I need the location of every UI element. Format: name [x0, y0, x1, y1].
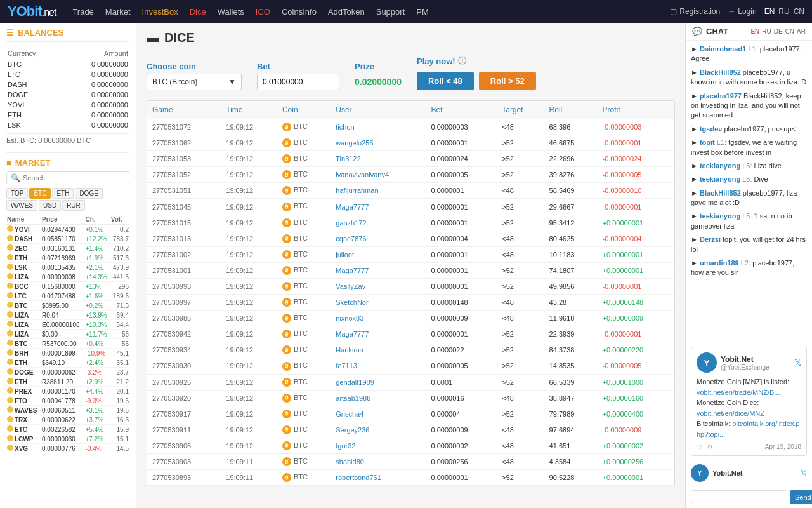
market-row[interactable]: BCC 0.15680000 +13% 296	[6, 282, 129, 291]
twitter-handle: @YobitExchange	[721, 364, 769, 371]
lang-cn[interactable]: CN	[794, 7, 804, 16]
market-row[interactable]: ETH 0.07218969 +1.9% 517.6	[6, 253, 129, 263]
dice-row: 2770530993 19:09:12 ₿BTC VasilyZav 0.000…	[147, 278, 674, 294]
nav-coinsinfo[interactable]: CoinsInfo	[282, 7, 317, 17]
search-input[interactable]	[23, 174, 125, 182]
market-row[interactable]: TRX 0.00000622 +3.7% 16.3	[6, 415, 129, 425]
balances-title: ☰ BALANCES	[6, 28, 129, 42]
market-row[interactable]: PREX 0.00001170 +4.4% 20.1	[6, 387, 129, 396]
tab-doge[interactable]: DOGE	[75, 188, 102, 199]
market-title: ■ MARKET	[6, 158, 129, 168]
market-row[interactable]: DASH 0.05851170 +12.2% 783.7	[6, 234, 129, 244]
market-row[interactable]: BTC $8995.00 +0.2% 71.3	[6, 301, 129, 311]
tab-waves[interactable]: WAVES	[6, 200, 37, 211]
twitter-icon-2: 𝕏	[800, 468, 807, 478]
lang-en[interactable]: EN	[764, 7, 775, 16]
nav-pm[interactable]: PM	[416, 7, 429, 17]
dice-row: 2770531062 19:09:12 ₿BTC wangelo255 0.00…	[147, 135, 674, 151]
chat-lang-ru[interactable]: RU	[762, 28, 771, 35]
tab-top[interactable]: TOP	[6, 188, 28, 199]
dice-row: 2770530917 19:09:12 ₿BTC Grischa4 0.0000…	[147, 406, 674, 422]
chat-message: ► umardin189 L2: placebo1977, how are yo…	[691, 258, 807, 278]
dice-row: 2770531045 19:09:12 ₿BTC Maga7777 0.0000…	[147, 199, 674, 215]
roll-more-button[interactable]: Roll > 52	[479, 72, 536, 90]
retweet-icon[interactable]: ↻	[707, 443, 712, 450]
dice-row: 2770530942 19:09:12 ₿BTC Maga7777 0.0000…	[147, 326, 674, 342]
nav-investbox[interactable]: InvestBox	[142, 7, 178, 17]
chat-input[interactable]	[691, 490, 787, 504]
market-row[interactable]: ETH R38811.20 +2.9% 21.2	[6, 377, 129, 387]
bet-input[interactable]	[257, 74, 339, 90]
nav-market[interactable]: Market	[105, 7, 131, 17]
market-row[interactable]: ETC 0.00226582 +5.4% 15.9	[6, 425, 129, 434]
market-row[interactable]: LIZA R0.04 +13.9% 69.4	[6, 311, 129, 320]
tab-btc[interactable]: BTC	[29, 188, 51, 199]
login-button[interactable]: → Login	[728, 7, 756, 16]
play-label: Play now! ⓘ	[417, 55, 536, 67]
dice-row: 2770530930 19:09:12 ₿BTC fe7113 0.000000…	[147, 358, 674, 374]
choose-coin-group: Choose coin BTC (Bitcoin) ▼	[147, 62, 242, 90]
market-row[interactable]: DOGE 0.00000062 -3.2% 28.7	[6, 368, 129, 377]
tab-eth[interactable]: ETH	[52, 188, 74, 199]
balance-row: DOGE0.00000000	[8, 90, 128, 99]
chat-lang-cn[interactable]: CN	[785, 28, 794, 35]
tab-rur[interactable]: RUR	[62, 200, 85, 211]
chat-message: ► teekianyong L5: Dive	[691, 175, 807, 184]
market-row[interactable]: FTO 0.00041778 -9.3% 19.6	[6, 396, 129, 406]
dice-row: 2770531052 19:09:12 ₿BTC lvanovivanivany…	[147, 167, 674, 183]
market-row[interactable]: LCWP 0.00000030 +7.2% 15.1	[6, 434, 129, 444]
market-row[interactable]: LSK 0.00135435 +2.1% 473.9	[6, 263, 129, 272]
nav-support[interactable]: Support	[376, 7, 405, 17]
dice-row: 2770531013 19:09:12 ₿BTC cqne7876 0.0000…	[147, 231, 674, 246]
market-row[interactable]: LIZA $0.00 +11.7% 56	[6, 330, 129, 339]
twitter-link2[interactable]: yobit.net/en/dice/MNZ	[697, 410, 764, 417]
dice-row: 2770530997 19:09:12 ₿BTC SketchNor 0.000…	[147, 295, 674, 311]
market-row[interactable]: YOVI 0.02947400 +0.1% 0.2	[6, 225, 129, 234]
nav-dice[interactable]: Dice	[190, 7, 206, 17]
nav-trade[interactable]: Trade	[72, 7, 93, 17]
market-row[interactable]: XVG 0.00000776 -0.4% 14.5	[6, 444, 129, 453]
logo[interactable]: YObit.net	[8, 3, 56, 20]
twitter-link1[interactable]: yobit.net/en/trade/MNZ/B...	[697, 389, 780, 396]
search-icon: 🔍	[11, 173, 20, 182]
dice-controls: Choose coin BTC (Bitcoin) ▼ Bet Prize 0.…	[147, 55, 675, 90]
dice-row: 2770531015 19:09:12 ₿BTC ganzh172 0.0000…	[147, 215, 674, 231]
chat-message: ► Derzsi topit, you will get for 24 hrs …	[691, 235, 807, 255]
twitter-footer: ♡ ↻ Apr 19, 2018	[697, 443, 801, 450]
market-row[interactable]: ETH $649.10 +2.4% 35.1	[6, 358, 129, 368]
heart-icon[interactable]: ♡	[697, 443, 702, 450]
nav-ico[interactable]: ICO	[256, 7, 270, 17]
nav-addtoken[interactable]: AddToken	[328, 7, 365, 17]
chat-icon: 💬	[692, 27, 702, 36]
market-icon: ■	[6, 158, 11, 168]
market-search-box[interactable]: 🔍	[6, 171, 129, 184]
dice-table-wrap: Game Time Coin User Bet Target Roll Prof…	[147, 100, 675, 486]
main-content: ▬ DICE Choose coin BTC (Bitcoin) ▼ Bet P…	[136, 23, 685, 508]
market-row[interactable]: LIZA 0.00000008 +14.3% 441.5	[6, 272, 129, 282]
roll-less-button[interactable]: Roll < 48	[417, 72, 474, 90]
dice-row: 2770530920 19:09:12 ₿BTC artsab1988 0.00…	[147, 390, 674, 406]
dice-row: 2770530925 19:09:12 ₿BTC gendalf1989 0.0…	[147, 374, 674, 390]
chat-send-button[interactable]: Send	[790, 490, 812, 504]
reg-icon: ▢	[670, 7, 677, 16]
chat-lang-en[interactable]: EN	[750, 28, 759, 35]
nav-wallets[interactable]: Wallets	[218, 7, 244, 17]
market-row[interactable]: LTC 0.01707488 +1.6% 189.6	[6, 291, 129, 301]
chevron-down-icon: ▼	[228, 77, 236, 86]
dice-row: 2770530934 19:09:12 ₿BTC Harikimo 0.0000…	[147, 342, 674, 358]
market-row[interactable]: LIZA E0.00000108 +10.3% 64.4	[6, 320, 129, 330]
market-row[interactable]: BTC R537000.00 +0.4% 55	[6, 339, 129, 349]
market-row[interactable]: BRH 0.00001899 -10.9% 45.1	[6, 349, 129, 358]
lang-ru[interactable]: RU	[778, 7, 789, 16]
dice-row: 2770530906 19:09:12 ₿BTC Igor32 0.000000…	[147, 438, 674, 453]
choose-coin-label: Choose coin	[147, 62, 242, 71]
balance-row: LTC0.00000000	[8, 70, 128, 79]
logo-yo: YO	[8, 3, 27, 19]
market-row[interactable]: ZEC 0.03160131 +1.4% 710.2	[6, 244, 129, 253]
market-row[interactable]: WAVES 0.00060511 +3.1% 19.5	[6, 406, 129, 415]
chat-lang-de[interactable]: DE	[774, 28, 783, 35]
coin-select[interactable]: BTC (Bitcoin) ▼	[147, 74, 242, 90]
chat-lang-ar[interactable]: AR	[797, 28, 806, 35]
tab-usd[interactable]: USD	[39, 200, 61, 211]
registration-button[interactable]: ▢ Registration	[670, 7, 720, 16]
